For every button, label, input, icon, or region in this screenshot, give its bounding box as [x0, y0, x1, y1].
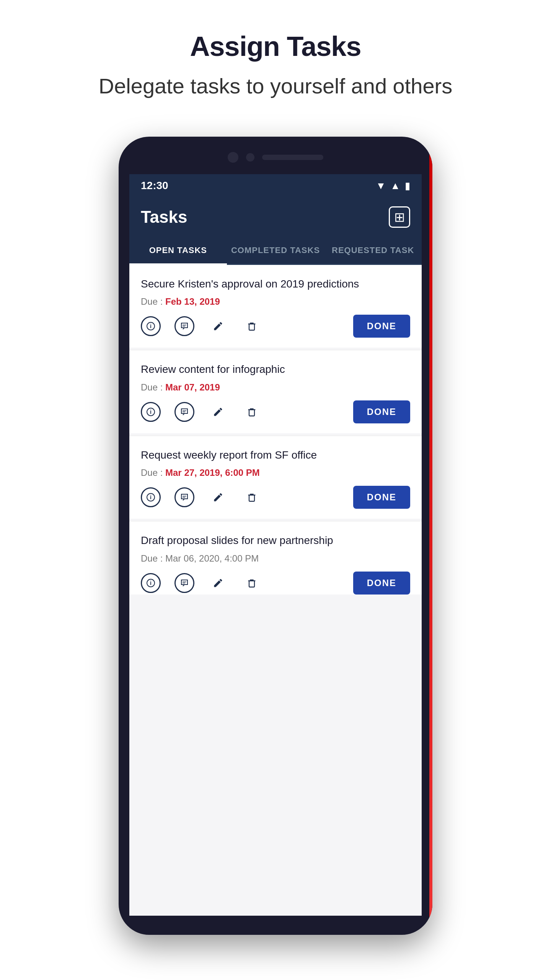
task-due: Due : Mar 06, 2020, 4:00 PM: [141, 553, 410, 564]
status-bar: 12:30 ▼ ▲ ▮: [129, 174, 422, 197]
svg-text:i: i: [150, 409, 152, 415]
tab-open-tasks-label: OPEN TASKS: [149, 245, 207, 255]
add-task-button[interactable]: ⊞: [389, 206, 410, 228]
info-button[interactable]: i: [141, 402, 161, 422]
svg-text:i: i: [150, 323, 152, 329]
comment-button[interactable]: [174, 402, 194, 422]
delete-button[interactable]: [242, 316, 262, 336]
delete-button[interactable]: [242, 487, 262, 507]
signal-icon: ▲: [390, 180, 400, 192]
done-button-4[interactable]: DONE: [353, 572, 410, 595]
status-time: 12:30: [141, 180, 168, 192]
plus-icon: ⊞: [394, 209, 405, 225]
due-date: Mar 06, 2020, 4:00 PM: [165, 553, 259, 564]
front-camera: [246, 153, 254, 162]
wifi-icon: ▼: [376, 180, 386, 192]
task-due: Due : Feb 13, 2019: [141, 296, 410, 307]
due-label: Due :: [141, 553, 165, 564]
due-label: Due :: [141, 382, 165, 392]
task-item: Request weekly report from SF office Due…: [129, 436, 422, 519]
done-button-1[interactable]: DONE: [353, 315, 410, 338]
due-date: Feb 13, 2019: [165, 296, 220, 307]
due-date: Mar 27, 2019, 6:00 PM: [165, 467, 260, 478]
delete-button[interactable]: [242, 402, 262, 422]
task-due: Due : Mar 07, 2019: [141, 382, 410, 393]
task-item: Draft proposal slides for new partnershi…: [129, 521, 422, 594]
edit-button[interactable]: [208, 487, 228, 507]
tab-requested-task-label: REQUESTED TASK: [332, 245, 414, 255]
phone-top-bar: [129, 148, 422, 167]
task-actions: i: [141, 400, 410, 423]
tab-completed-tasks-label: COMPLETED TASKS: [231, 245, 320, 255]
task-title: Review content for infographic: [141, 363, 410, 376]
task-list: Secure Kristen's approval on 2019 predic…: [129, 265, 422, 916]
done-button-3[interactable]: DONE: [353, 486, 410, 509]
due-date: Mar 07, 2019: [165, 382, 220, 392]
comment-button[interactable]: [174, 316, 194, 336]
status-icons: ▼ ▲ ▮: [376, 180, 410, 192]
edit-button[interactable]: [208, 402, 228, 422]
edit-button[interactable]: [208, 316, 228, 336]
info-button[interactable]: i: [141, 316, 161, 336]
page-subtitle: Delegate tasks to yourself and others: [99, 74, 453, 98]
comment-button[interactable]: [174, 487, 194, 507]
camera-dot: [228, 152, 238, 163]
speaker-bar: [262, 155, 323, 160]
due-label: Due :: [141, 467, 165, 478]
phone-mockup: 12:30 ▼ ▲ ▮ Tasks ⊞ OPEN TASKS COMPLETED…: [119, 137, 432, 935]
task-actions: i: [141, 315, 410, 338]
task-item: Review content for infographic Due : Mar…: [129, 350, 422, 433]
tab-bar: OPEN TASKS COMPLETED TASKS REQUESTED TAS…: [129, 237, 422, 265]
task-item: Secure Kristen's approval on 2019 predic…: [129, 265, 422, 348]
task-title: Secure Kristen's approval on 2019 predic…: [141, 277, 410, 291]
battery-icon: ▮: [405, 180, 410, 192]
app-header: Tasks ⊞: [129, 197, 422, 237]
due-label: Due :: [141, 296, 165, 307]
svg-text:i: i: [150, 580, 152, 586]
task-actions: i: [141, 486, 410, 509]
app-header-title: Tasks: [141, 207, 187, 227]
delete-button[interactable]: [242, 573, 262, 593]
info-button[interactable]: i: [141, 573, 161, 593]
task-title: Request weekly report from SF office: [141, 448, 410, 462]
info-button[interactable]: i: [141, 487, 161, 507]
done-button-2[interactable]: DONE: [353, 400, 410, 423]
task-actions: i: [141, 572, 410, 595]
page-title: Assign Tasks: [190, 31, 361, 62]
comment-button[interactable]: [174, 573, 194, 593]
svg-text:i: i: [150, 494, 152, 500]
tab-requested-task[interactable]: REQUESTED TASK: [324, 237, 422, 264]
edit-button[interactable]: [208, 573, 228, 593]
tab-completed-tasks[interactable]: COMPLETED TASKS: [227, 237, 324, 264]
tab-open-tasks[interactable]: OPEN TASKS: [129, 237, 227, 264]
task-due: Due : Mar 27, 2019, 6:00 PM: [141, 467, 410, 478]
task-title: Draft proposal slides for new partnershi…: [141, 534, 410, 547]
